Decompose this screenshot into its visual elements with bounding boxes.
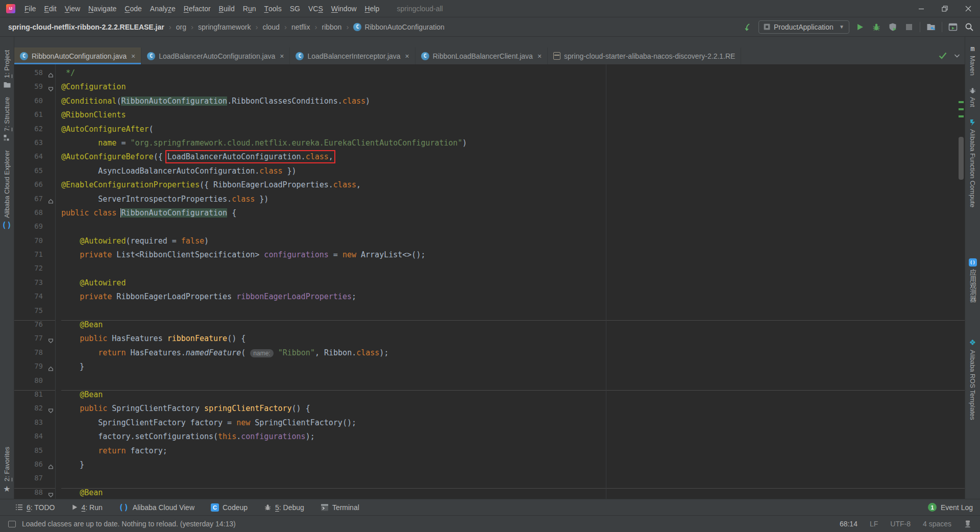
close-button[interactable] [957, 0, 980, 17]
fold-end-icon[interactable] [48, 366, 54, 372]
code-line [61, 376, 965, 390]
editor-tab[interactable]: CLoadBalancerAutoConfiguration.java× [141, 47, 290, 64]
code-area[interactable]: */@Configuration@Conditional(RibbonAutoC… [56, 64, 965, 499]
fold-end-icon[interactable] [48, 199, 54, 204]
line-number: 84 [14, 432, 55, 446]
inspections-ok-icon[interactable] [938, 51, 947, 60]
fold-start-icon[interactable] [48, 86, 54, 92]
code-line: SpringClientFactory factory = new Spring… [61, 418, 965, 432]
menu-analyze[interactable]: Analyze [146, 0, 180, 17]
toolwindow-button-7-structure[interactable]: 7: Structure [3, 97, 11, 142]
line-number: 75 [14, 306, 55, 320]
menu-file[interactable]: File [20, 0, 40, 17]
menu-help[interactable]: Help [361, 0, 384, 17]
breadcrumb-separator: › [191, 22, 193, 31]
toolwindow-button-alibaba-cloud-view[interactable]: ()Alibaba Cloud View [119, 503, 194, 512]
editor-tab[interactable]: CLoadBalancerInterceptor.java× [290, 47, 415, 64]
toolwindow-button-应用观测器[interactable]: ()应用观测器 [968, 258, 977, 302]
toolwindow-button-1-project[interactable]: 1: Project [3, 50, 11, 89]
fold-start-icon[interactable] [48, 492, 54, 498]
line-number: 63 [14, 138, 55, 152]
line-number: 72 [14, 264, 55, 278]
tab-close-icon[interactable]: × [405, 52, 409, 60]
menu-tools[interactable]: Tools [260, 0, 285, 17]
breadcrumb-item-current[interactable]: CRibbonAutoConfiguration [353, 23, 444, 31]
menu-vcs[interactable]: VCS [304, 0, 327, 17]
run-toolwindow-icon[interactable] [947, 21, 959, 33]
scrollbar-thumb[interactable] [959, 137, 964, 180]
search-everywhere-icon[interactable] [964, 21, 975, 33]
right-margin-guide [606, 64, 606, 499]
toolwindow-button-6-todo[interactable]: 6: TODO [15, 503, 55, 512]
toolwindow-label: Alibaba ROS Templates [969, 350, 976, 420]
tab-close-icon[interactable]: × [131, 52, 135, 60]
menu-edit[interactable]: Edit [40, 0, 61, 17]
code-editor[interactable]: 5859606162636465666768697071727374757677… [14, 64, 965, 499]
indent-widget[interactable]: 4 spaces [923, 520, 951, 528]
breadcrumb-item[interactable]: netflix [291, 23, 310, 31]
fold-end-icon[interactable] [48, 464, 54, 470]
breadcrumb: spring-cloud-netflix-ribbon-2.2.2.RELEAS… [8, 22, 445, 31]
line-number: 79 [14, 362, 55, 376]
event-log-widget[interactable]: 1 Event Log [928, 503, 973, 512]
editor-tab[interactable]: spring-cloud-starter-alibaba-nacos-disco… [548, 47, 741, 64]
terminal-icon [321, 503, 329, 512]
menu-code[interactable]: Code [120, 0, 145, 17]
run-configuration-select[interactable]: ProductApplication ▼ [758, 20, 849, 34]
project-structure-icon[interactable] [925, 21, 937, 33]
tab-close-icon[interactable]: × [537, 52, 542, 60]
menu-sg[interactable]: SG [286, 0, 304, 17]
class-icon: C [421, 52, 429, 60]
line-number: 80 [14, 376, 55, 390]
menu-view[interactable]: View [61, 0, 84, 17]
chevron-down-icon: ▼ [839, 24, 844, 30]
debug-button[interactable] [871, 21, 882, 33]
menu-refactor[interactable]: Refactor [180, 0, 215, 17]
minimize-button[interactable] [910, 0, 933, 17]
toolwindow-button-alibaba-function-compute[interactable]: Alibaba Function Compute [969, 118, 977, 207]
toolwindow-button-alibaba-cloud-explorer[interactable]: Alibaba Cloud Explorer() [2, 150, 12, 230]
breadcrumb-item[interactable]: spring-cloud-netflix-ribbon-2.2.2.RELEAS… [8, 23, 164, 31]
encoding-widget[interactable]: UTF-8 [890, 520, 911, 528]
tab-close-icon[interactable]: × [280, 52, 284, 60]
debug-icon [264, 503, 272, 511]
stop-button[interactable] [903, 21, 915, 33]
menu-window[interactable]: Window [327, 0, 361, 17]
run-config-app-icon [764, 23, 770, 30]
run-button[interactable] [854, 21, 866, 33]
toolwindow-button-5-debug[interactable]: 5: Debug [264, 503, 304, 512]
editor-tab[interactable]: CRibbonAutoConfiguration.java× [14, 47, 141, 64]
code-line: private List<RibbonClientSpecification> … [61, 250, 965, 264]
editor-tab[interactable]: CRibbonLoadBalancerClient.java× [415, 47, 548, 64]
fold-end-icon[interactable] [48, 72, 54, 78]
menu-navigate[interactable]: Navigate [84, 0, 120, 17]
hector-inspector-icon[interactable] [964, 520, 972, 528]
toolwindow-button-terminal[interactable]: Terminal [321, 503, 359, 512]
breadcrumb-item[interactable]: springframework [198, 23, 251, 31]
menu-run[interactable]: Run [239, 0, 260, 17]
brackets-icon: () [2, 221, 12, 230]
breadcrumb-separator: › [346, 22, 349, 31]
breadcrumb-item[interactable]: ribbon [322, 23, 341, 31]
fold-start-icon[interactable] [48, 338, 54, 344]
fold-start-icon[interactable] [48, 408, 54, 414]
toolwindow-button-ant[interactable]: Ant [969, 87, 976, 107]
ros-icon: ❖ [969, 338, 976, 347]
toolwindow-button-4-run[interactable]: 4: Run [71, 503, 103, 512]
maximize-button[interactable] [933, 0, 957, 17]
toolwindow-button-2-favorites[interactable]: 2: Favorites★ [3, 447, 11, 494]
toolwindow-button-maven[interactable]: mMaven [969, 44, 976, 76]
code-line: @Autowired(required = false) [61, 236, 965, 250]
menu-build[interactable]: Build [215, 0, 239, 17]
toolbar-separator [942, 22, 942, 32]
breadcrumb-item[interactable]: org [176, 23, 186, 31]
line-ending-widget[interactable]: LF [870, 520, 878, 528]
toolwindow-button-alibaba-ros-templates[interactable]: ❖Alibaba ROS Templates [969, 338, 976, 420]
hidden-tabs-chevron-icon[interactable] [953, 52, 961, 59]
toolwindow-label: 6: TODO [27, 503, 55, 512]
toolwindow-button-codeup[interactable]: CCodeup [211, 503, 248, 512]
breadcrumb-item[interactable]: cloud [262, 23, 279, 31]
coverage-button[interactable] [887, 21, 898, 33]
back-hook-icon[interactable] [742, 21, 753, 33]
caret-position-widget[interactable]: 68:14 [840, 520, 857, 528]
